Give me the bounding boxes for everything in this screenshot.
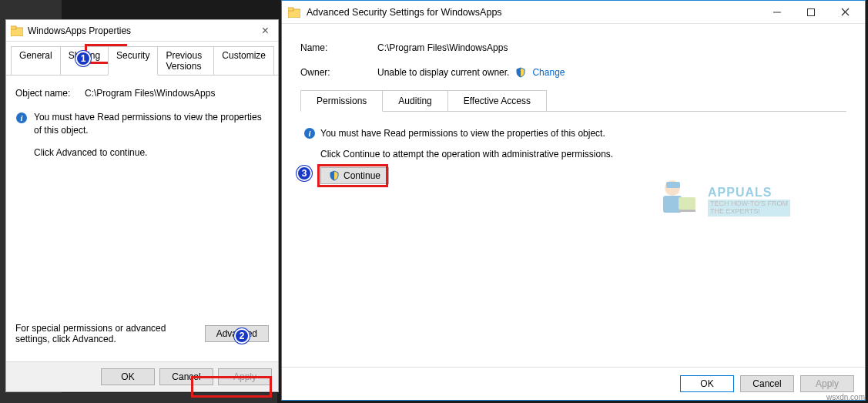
step-badge-1: 1: [75, 51, 91, 66]
tab-previous-versions[interactable]: Previous Versions: [157, 46, 214, 75]
continue-button-label: Continue: [344, 170, 380, 181]
folder-icon: [11, 25, 23, 36]
info-icon: i: [15, 112, 28, 124]
object-name-label: Object name:: [15, 88, 85, 99]
properties-dialog-buttons: OK Cancel Apply: [6, 361, 278, 391]
svg-rect-1: [11, 26, 16, 29]
cancel-button[interactable]: Cancel: [159, 368, 213, 385]
close-icon[interactable]: ×: [257, 24, 273, 38]
tab-customize[interactable]: Customize: [213, 46, 274, 75]
svg-rect-7: [808, 8, 815, 15]
ok-button[interactable]: OK: [680, 375, 734, 392]
tab-auditing[interactable]: Auditing: [382, 90, 447, 111]
name-value: C:\Program Files\WindowsApps: [377, 42, 508, 53]
change-owner-link[interactable]: Change: [532, 67, 565, 78]
tab-effective-access[interactable]: Effective Access: [447, 90, 547, 111]
object-name-value: C:\Program Files\WindowsApps: [85, 88, 215, 99]
attribution-text: wsxdn.com: [826, 393, 865, 401]
properties-tabs: General Sharing Security Previous Versio…: [6, 42, 278, 76]
click-continue-msg: Click Continue to attempt the operation …: [303, 149, 834, 160]
cancel-button[interactable]: Cancel: [740, 375, 794, 392]
apply-button: Apply: [800, 375, 854, 392]
step-badge-3: 3: [297, 166, 312, 181]
shield-icon: [515, 67, 526, 78]
continue-button[interactable]: Continue: [320, 167, 389, 184]
adv-titlebar[interactable]: Advanced Security Settings for WindowsAp…: [282, 1, 865, 24]
adv-title-text: Advanced Security Settings for WindowsAp…: [307, 7, 760, 18]
tab-security[interactable]: Security: [108, 46, 158, 76]
minimize-button[interactable]: [760, 2, 794, 23]
owner-value: Unable to display current owner.: [377, 67, 509, 78]
adv-dialog-buttons: OK Cancel Apply: [282, 367, 865, 400]
tab-general[interactable]: General: [11, 46, 61, 75]
click-advanced-msg: Click Advanced to continue.: [34, 146, 269, 160]
properties-body: Object name: C:\Program Files\WindowsApp…: [6, 76, 278, 361]
properties-title-text: WindowsApps Properties: [28, 25, 257, 36]
shield-icon: [329, 170, 340, 181]
special-permissions-text: For special permissions or advanced sett…: [15, 323, 205, 344]
adv-body: Name: C:\Program Files\WindowsApps Owner…: [282, 24, 865, 367]
owner-label: Owner:: [300, 67, 377, 78]
svg-rect-5: [288, 8, 293, 11]
read-permissions-msg: You must have Read permissions to view t…: [320, 128, 605, 139]
step-badge-2: 2: [234, 328, 250, 344]
close-button[interactable]: [828, 2, 862, 23]
folder-icon: [288, 7, 300, 18]
advanced-security-window: Advanced Security Settings for WindowsAp…: [281, 0, 866, 401]
security-tabs: Permissions Auditing Effective Access: [300, 90, 846, 112]
info-icon: i: [303, 127, 316, 139]
permissions-tab-content: i You must have Read permissions to view…: [300, 112, 846, 195]
apply-button: Apply: [218, 368, 272, 385]
name-label: Name:: [300, 42, 377, 53]
properties-titlebar[interactable]: WindowsApps Properties ×: [6, 20, 278, 42]
must-have-read-msg: You must have Read permissions to view t…: [34, 111, 269, 137]
ok-button[interactable]: OK: [101, 368, 155, 385]
tab-permissions[interactable]: Permissions: [300, 90, 383, 112]
maximize-button[interactable]: [794, 2, 828, 23]
